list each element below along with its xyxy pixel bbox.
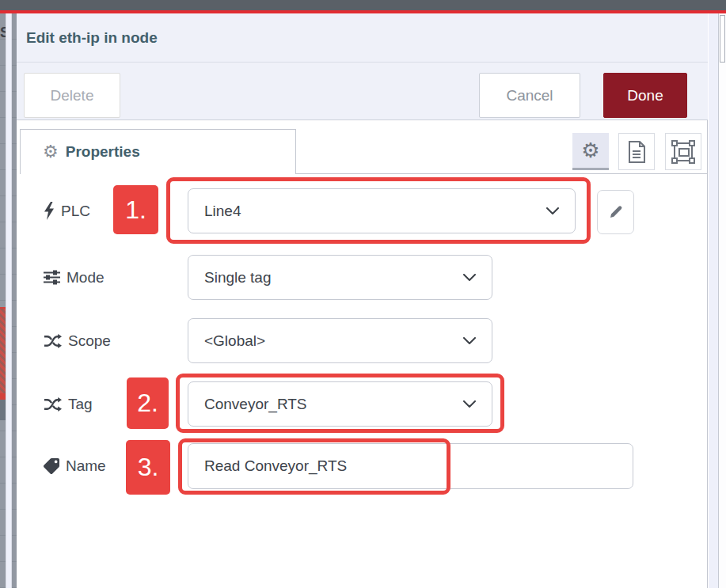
- backdrop-node-fragment: [0, 307, 6, 393]
- chevron-down-icon: [463, 400, 476, 408]
- bolt-icon: [44, 202, 55, 220]
- left-scrollbar-track: [6, 13, 12, 588]
- mode-select[interactable]: Single tag: [188, 255, 492, 300]
- document-icon: [628, 141, 645, 163]
- tag-select[interactable]: Conveyor_RTS: [188, 381, 492, 427]
- annotation-badge-3: 3.: [126, 440, 170, 495]
- description-tab-button[interactable]: [618, 133, 655, 170]
- name-field-label: Name: [44, 443, 106, 488]
- plc-field-label: PLC: [44, 188, 90, 233]
- group-frame-icon: [671, 140, 695, 164]
- chevron-down-icon: [546, 207, 559, 215]
- browser-top-bar: [0, 0, 726, 10]
- tag-icon: [44, 458, 59, 474]
- edit-plc-config-button[interactable]: [597, 190, 634, 234]
- shuffle-icon: [44, 396, 62, 412]
- cancel-button[interactable]: Cancel: [479, 73, 580, 118]
- tab-properties[interactable]: ⚙ Properties: [20, 129, 296, 174]
- annotation-badge-2: 2.: [127, 377, 169, 429]
- tag-field-label: Tag: [44, 381, 93, 427]
- right-scrollbar-track: [709, 13, 719, 588]
- gear-icon: ⚙: [581, 140, 599, 161]
- scope-field-label: Scope: [44, 318, 111, 363]
- properties-tab-button[interactable]: ⚙: [572, 133, 609, 170]
- scope-select[interactable]: <Global>: [188, 318, 492, 363]
- tab-row-divider: [296, 173, 708, 174]
- gear-icon: ⚙: [43, 143, 59, 161]
- name-input[interactable]: [188, 443, 633, 489]
- workspace-backdrop-left: S: [0, 13, 6, 588]
- backdrop-node-fragment: [0, 393, 6, 400]
- appearance-tab-button[interactable]: [665, 133, 701, 170]
- shuffle-icon: [44, 333, 62, 349]
- edit-node-dialog: Edit eth-ip in node Delete Cancel Done ⚙…: [17, 13, 708, 588]
- annotation-badge-1: 1.: [113, 185, 158, 234]
- screen: S Edit eth-ip in node Delete Cancel Done…: [0, 0, 726, 588]
- scrollbar-thumb[interactable]: [720, 15, 725, 63]
- delete-button[interactable]: Delete: [24, 73, 120, 118]
- browser-scrollbar-track: [720, 13, 726, 588]
- chevron-down-icon: [463, 337, 476, 345]
- chevron-down-icon: [463, 274, 476, 282]
- done-button[interactable]: Done: [603, 73, 687, 118]
- plc-select[interactable]: Line4: [188, 188, 576, 233]
- sliders-icon: [44, 270, 60, 285]
- tab-properties-label: Properties: [66, 143, 140, 161]
- backdrop-letter: S: [0, 25, 6, 41]
- pencil-icon: [608, 204, 624, 220]
- backdrop-node-fragment: [0, 400, 6, 420]
- dialog-button-tray: Delete Cancel Done: [17, 63, 708, 120]
- mode-field-label: Mode: [44, 255, 105, 300]
- dialog-header: Edit eth-ip in node: [17, 13, 708, 63]
- dialog-title: Edit eth-ip in node: [26, 29, 158, 47]
